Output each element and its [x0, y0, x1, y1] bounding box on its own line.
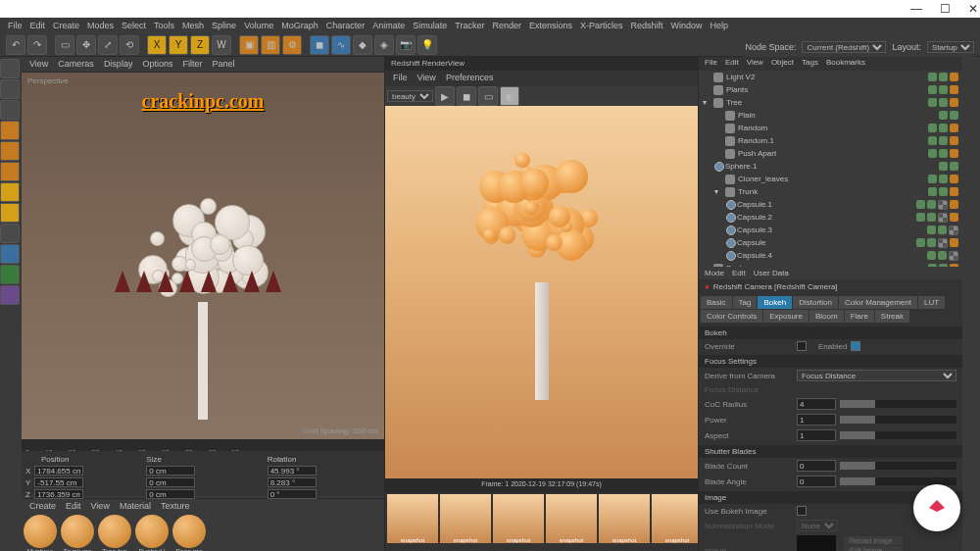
edge-mode[interactable]: [0, 141, 20, 161]
size-y-input[interactable]: [146, 477, 195, 487]
rotate-tool[interactable]: ⟲: [120, 35, 139, 55]
render-region-tool[interactable]: ▭: [478, 86, 498, 106]
menu-window[interactable]: Window: [671, 21, 703, 30]
render-start-button[interactable]: ▶: [435, 86, 455, 106]
attr-tab-distortion[interactable]: Distortion: [793, 296, 838, 309]
object-row[interactable]: Plain: [699, 109, 962, 122]
move-tool[interactable]: ✥: [76, 35, 96, 55]
object-row[interactable]: Capsule: [699, 236, 962, 249]
object-row[interactable]: Push Apart: [699, 147, 962, 160]
material-item[interactable]: Trunk ms: [61, 515, 94, 551]
world-axis-toggle[interactable]: W: [212, 35, 231, 55]
menu-x-particles[interactable]: X-Particles: [580, 21, 623, 30]
size-x-input[interactable]: [146, 466, 195, 476]
aspect-slider[interactable]: [840, 431, 956, 439]
reload-image-button[interactable]: Reload Image: [844, 536, 903, 545]
power-input[interactable]: [797, 414, 836, 426]
camera-tool[interactable]: 📷: [396, 35, 416, 55]
render-button[interactable]: ▣: [239, 35, 259, 55]
menu-animate[interactable]: Animate: [372, 21, 405, 30]
object-row[interactable]: Light V2: [699, 71, 962, 83]
quantize-toggle[interactable]: [0, 203, 20, 223]
menu-file[interactable]: File: [8, 21, 23, 30]
menu-tracker[interactable]: Tracker: [455, 21, 484, 30]
attr-tab-color-controls[interactable]: Color Controls: [701, 310, 762, 323]
brightness-tool[interactable]: ◐: [500, 86, 519, 106]
size-z-input[interactable]: [146, 489, 195, 499]
attr-tab-color-management[interactable]: Color Management: [839, 296, 917, 309]
attr-tab-flare[interactable]: Flare: [845, 310, 874, 323]
attr-tab-basic[interactable]: Basic: [701, 296, 732, 309]
redo-button[interactable]: ↷: [27, 35, 47, 55]
aspect-input[interactable]: [797, 429, 836, 441]
viewport-solo[interactable]: [0, 244, 20, 264]
menu-render[interactable]: Render: [492, 21, 521, 30]
aov-select[interactable]: beauty: [387, 90, 433, 102]
pos-y-input[interactable]: [34, 477, 83, 487]
axis-x-toggle[interactable]: X: [147, 35, 167, 55]
select-tool[interactable]: ▭: [55, 35, 74, 55]
attr-tab-exposure[interactable]: Exposure: [763, 310, 808, 323]
scale-tool[interactable]: ⤢: [98, 35, 118, 55]
pos-z-input[interactable]: [34, 489, 83, 499]
axis-y-toggle[interactable]: Y: [169, 35, 188, 55]
undo-button[interactable]: ↶: [6, 35, 25, 55]
rot-h-input[interactable]: [268, 466, 317, 476]
deformer-tool[interactable]: ◈: [374, 35, 394, 55]
menu-simulate[interactable]: Simulate: [413, 21, 447, 30]
render-region-button[interactable]: ▥: [261, 35, 280, 55]
render-stop-button[interactable]: ◼: [457, 86, 476, 106]
menu-volume[interactable]: Volume: [244, 21, 273, 30]
material-item[interactable]: Bushed l: [135, 515, 169, 551]
menu-mesh[interactable]: Mesh: [182, 21, 204, 30]
spline-primitive[interactable]: ∿: [331, 35, 351, 55]
menu-modes[interactable]: Modes: [87, 21, 114, 30]
render-settings-button[interactable]: ⚙: [282, 35, 302, 55]
maximize-button[interactable]: ☐: [940, 2, 951, 16]
menu-select[interactable]: Select: [122, 21, 146, 30]
minimize-button[interactable]: —: [910, 2, 922, 16]
material-item[interactable]: Tree top: [98, 515, 131, 551]
viewport-3d[interactable]: crackinpc.com Perspective Grid Spacing: …: [22, 73, 384, 439]
material-item[interactable]: Base ma: [172, 515, 206, 551]
menu-redshift[interactable]: Redshift: [631, 21, 663, 30]
object-row[interactable]: Random: [699, 122, 962, 134]
object-row[interactable]: Sphere.1: [699, 160, 962, 173]
magnet-tool[interactable]: [0, 265, 20, 284]
workplane-tool[interactable]: [0, 224, 20, 243]
pos-x-input[interactable]: [34, 466, 83, 476]
attr-tab-streak[interactable]: Streak: [875, 310, 909, 323]
editable-toggle[interactable]: [0, 59, 20, 78]
object-row[interactable]: Capsule.4: [699, 249, 962, 262]
model-mode[interactable]: [0, 79, 20, 99]
point-mode[interactable]: [0, 121, 20, 140]
node-space-select[interactable]: Current (Redshift): [802, 41, 886, 53]
close-button[interactable]: ✕: [968, 2, 978, 16]
soft-selection[interactable]: [0, 285, 20, 305]
snap-toggle[interactable]: [0, 182, 20, 202]
snapshot-thumb[interactable]: snapshot: [387, 494, 438, 543]
attr-tab-lut[interactable]: LUT: [918, 296, 945, 309]
material-item[interactable]: Mushroo: [24, 515, 57, 551]
render-view[interactable]: [385, 106, 698, 478]
power-slider[interactable]: [840, 416, 956, 424]
cube-primitive[interactable]: ◼: [310, 35, 329, 55]
polygon-mode[interactable]: [0, 162, 20, 181]
use-bokeh-checkbox[interactable]: [797, 506, 807, 516]
attr-tab-tag[interactable]: Tag: [733, 296, 758, 309]
object-manager-tree[interactable]: Light V2Plants▾TreePlainRandomRandom.1Pu…: [699, 71, 962, 267]
texture-mode[interactable]: [0, 100, 20, 120]
derive-select[interactable]: Focus Distance: [797, 370, 956, 381]
coc-input[interactable]: [797, 398, 836, 410]
object-row[interactable]: ▾Trunk: [699, 185, 962, 198]
axis-z-toggle[interactable]: Z: [190, 35, 210, 55]
menu-tools[interactable]: Tools: [154, 21, 174, 30]
snapshot-thumb[interactable]: snapshot: [440, 494, 491, 543]
snapshot-thumb[interactable]: snapshot: [546, 494, 597, 543]
enabled-checkbox[interactable]: [851, 341, 860, 351]
branding-fab[interactable]: [913, 484, 960, 531]
menu-character[interactable]: Character: [326, 21, 366, 30]
menu-edit[interactable]: Edit: [30, 21, 46, 30]
light-tool[interactable]: 💡: [417, 35, 437, 55]
menu-help[interactable]: Help: [710, 21, 729, 30]
